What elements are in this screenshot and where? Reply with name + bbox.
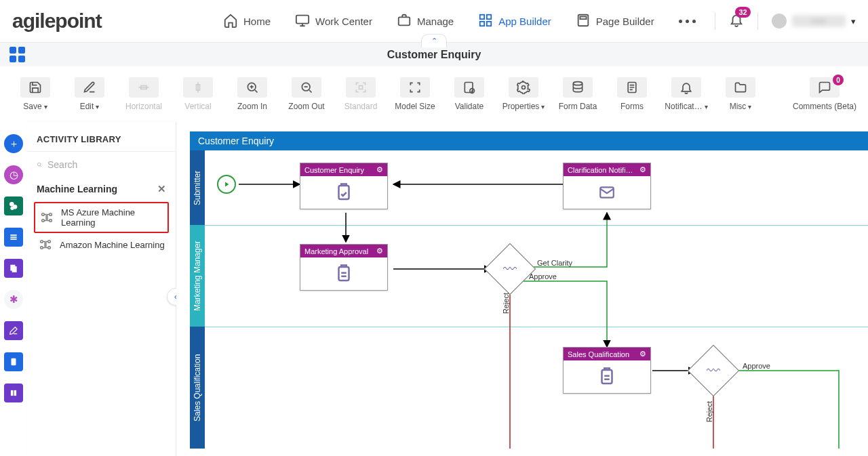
svg-rect-7 [580, 16, 586, 19]
rail-item-1[interactable]: ◷ [4, 165, 23, 184]
comments-button[interactable]: 0 Comments (Beta) [791, 72, 859, 117]
divider [757, 12, 758, 30]
lane-submitter[interactable]: Submitter [190, 150, 205, 225]
edge-approve-1: Approve [529, 272, 557, 281]
nav-manage[interactable]: Manage [397, 13, 454, 30]
search-icon [37, 159, 42, 171]
lib-item-amazon-ml[interactable]: Amazon Machine Learning [34, 233, 169, 256]
svg-rect-4 [480, 21, 484, 25]
rail-item-7[interactable] [4, 352, 23, 371]
lib-item-label: MS Azure Machine Learning [61, 207, 163, 228]
nav-pb-label: Page Builder [596, 16, 654, 27]
svg-rect-25 [14, 390, 16, 396]
svg-point-29 [50, 213, 52, 216]
svg-point-30 [50, 220, 52, 222]
fit-standard-icon [346, 77, 376, 98]
canvas[interactable]: Submitter Marketing Manager Sales Qualif… [190, 150, 868, 449]
standard-button[interactable]: Standard [335, 72, 387, 117]
rail-item-3[interactable] [4, 228, 23, 247]
svg-rect-12 [359, 86, 363, 89]
notifications-button[interactable]: 32 [729, 12, 744, 30]
collapse-toolbar-button[interactable]: ⌃ [421, 34, 447, 47]
node-sales-qualification[interactable]: Sales Qualification ⚙ [563, 347, 651, 394]
rail-sharepoint[interactable] [4, 196, 23, 215]
library-search[interactable] [27, 154, 176, 178]
svg-point-27 [42, 213, 45, 216]
clear-category[interactable]: ✕ [157, 183, 166, 195]
apps-icon[interactable] [9, 47, 25, 62]
svg-rect-2 [480, 14, 484, 18]
edit-button[interactable]: Edit▾ [64, 72, 115, 117]
library-header: ACTIVITY LIBRARY [27, 122, 176, 151]
monitor-icon [295, 13, 310, 30]
rail-item-6[interactable] [4, 321, 23, 340]
search-input[interactable] [47, 159, 166, 170]
zoom-in-button[interactable]: Zoom In [226, 72, 278, 117]
nav-home-label: Home [243, 16, 271, 27]
gear-icon [509, 77, 538, 98]
lib-item-label: Amazon Machine Learning [60, 240, 165, 250]
divider [715, 12, 715, 30]
horizontal-button[interactable]: Horizontal [118, 72, 170, 117]
zoom-out-icon [292, 77, 321, 98]
model-size-button[interactable]: Model Size [389, 72, 441, 117]
rail-item-4[interactable] [4, 259, 23, 278]
rail-item-selected[interactable]: ✱ [4, 290, 23, 309]
gear-icon[interactable]: ⚙ [376, 165, 383, 174]
validate-button[interactable]: Validate [443, 72, 495, 117]
gear-icon[interactable]: ⚙ [639, 165, 646, 174]
user-menu[interactable]: user ▾ [772, 14, 856, 28]
toolbar: Save▾ Edit▾ Horizontal Vertical Zoom In [0, 66, 868, 122]
svg-rect-3 [487, 14, 491, 18]
svg-point-31 [41, 241, 43, 243]
canvas-banner: Customer Enquiry [190, 131, 868, 150]
lane-sales[interactable]: Sales Qualification [190, 327, 205, 449]
svg-point-33 [48, 241, 51, 243]
model-size-icon [400, 77, 430, 98]
nav-work-center[interactable]: Work Center [295, 13, 372, 30]
chevron-down-icon: ▾ [851, 16, 856, 26]
node-clarification-notif[interactable]: Clarification Notifi… ⚙ [563, 163, 651, 209]
user-name: user [792, 15, 846, 27]
nav-page-builder[interactable]: Page Builder [576, 13, 654, 30]
clipboard-icon [564, 360, 650, 393]
svg-point-26 [37, 163, 41, 166]
nav-app-builder[interactable]: App Builder [478, 13, 551, 30]
start-node[interactable] [217, 175, 236, 194]
svg-rect-5 [487, 21, 491, 25]
database-icon [563, 77, 593, 98]
logo: agilepoint [12, 11, 102, 31]
gear-icon[interactable]: ⚙ [376, 247, 383, 255]
chat-icon: 0 [810, 77, 840, 98]
lib-item-azure-ml[interactable]: MS Azure Machine Learning [34, 202, 169, 233]
misc-button[interactable]: Misc▾ [715, 72, 766, 117]
edge-approve-2: Approve [743, 362, 770, 370]
node-customer-enquiry[interactable]: Customer Enquiry ⚙ [300, 163, 388, 209]
edge-reject-2: Reject [705, 401, 713, 422]
lane-marketing[interactable]: Marketing Manager [190, 225, 205, 327]
avatar-icon [772, 14, 787, 28]
node-marketing-approval[interactable]: Marketing Approval ⚙ [300, 244, 388, 291]
process-title-bar: ⌃ Customer Enquiry [0, 42, 868, 66]
properties-button[interactable]: Properties▾ [498, 72, 549, 117]
svg-rect-22 [12, 266, 17, 272]
ml-icon [39, 210, 54, 225]
notif-badge: 32 [735, 7, 750, 18]
notifications-button[interactable]: Notificat…▾ [660, 72, 712, 117]
nav-home[interactable]: Home [223, 13, 271, 30]
vertical-button[interactable]: Vertical [172, 72, 224, 117]
edge-get-clarity: Get Clarity [537, 259, 572, 267]
zoom-out-button[interactable]: Zoom Out [281, 72, 332, 117]
nav-more[interactable] [679, 20, 696, 23]
rail-add[interactable]: ＋ [4, 134, 23, 153]
home-icon [223, 13, 238, 30]
align-horizontal-icon [129, 77, 159, 98]
rail-item-8[interactable] [4, 384, 23, 402]
forms-button[interactable]: Forms [606, 72, 658, 117]
gear-icon[interactable]: ⚙ [639, 350, 646, 358]
save-button[interactable]: Save▾ [9, 72, 61, 117]
form-data-button[interactable]: Form Data [552, 72, 604, 117]
svg-rect-1 [399, 17, 410, 25]
main: ＋ ◷ ✱ ACTIVITY LIBRARY Mach [0, 122, 868, 456]
activity-library: ACTIVITY LIBRARY Machine Learning ✕ MS A… [27, 122, 176, 456]
